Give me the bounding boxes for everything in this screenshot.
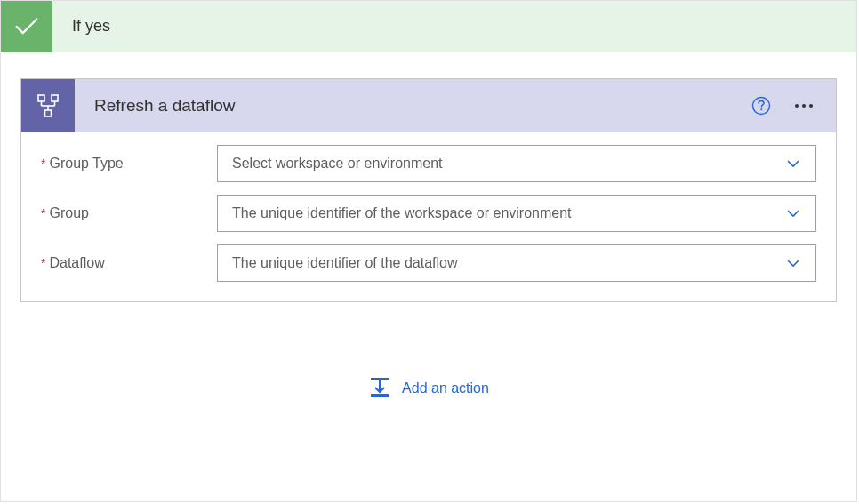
add-action-label: Add an action <box>402 380 489 396</box>
add-action-button[interactable]: Add an action <box>368 375 489 402</box>
checkmark-icon <box>1 1 52 52</box>
action-form: * Group Type Select workspace or environ… <box>21 132 836 301</box>
required-indicator: * <box>41 206 45 220</box>
add-action-row: Add an action <box>20 375 837 402</box>
help-icon[interactable] <box>751 95 772 116</box>
svg-rect-1 <box>52 95 58 101</box>
action-header[interactable]: Refresh a dataflow <box>21 79 836 132</box>
field-group-type: * Group Type Select workspace or environ… <box>41 145 816 182</box>
svg-point-8 <box>760 108 762 110</box>
chevron-down-icon <box>785 156 801 172</box>
field-label: * Dataflow <box>41 255 217 271</box>
dataflow-icon <box>21 79 75 132</box>
svg-rect-0 <box>38 95 44 101</box>
add-action-icon <box>368 375 391 402</box>
field-label: * Group <box>41 205 217 221</box>
action-title: Refresh a dataflow <box>94 96 751 116</box>
condition-title: If yes <box>72 17 110 36</box>
group-select[interactable]: The unique identifier of the workspace o… <box>217 195 816 232</box>
dataflow-select[interactable]: The unique identifier of the dataflow <box>217 244 816 282</box>
if-yes-container: If yes Refresh a dataflow <box>0 0 857 502</box>
more-icon[interactable] <box>791 100 816 111</box>
chevron-down-icon <box>785 255 801 271</box>
chevron-down-icon <box>785 205 801 221</box>
label-text: Dataflow <box>49 255 104 271</box>
group-type-select[interactable]: Select workspace or environment <box>217 145 816 182</box>
action-card: Refresh a dataflow <box>20 78 837 302</box>
field-group: * Group The unique identifier of the wor… <box>41 195 816 232</box>
required-indicator: * <box>41 156 45 171</box>
required-indicator: * <box>41 256 45 270</box>
select-placeholder: Select workspace or environment <box>232 156 443 172</box>
label-text: Group Type <box>49 156 123 172</box>
field-dataflow: * Dataflow The unique identifier of the … <box>41 244 816 282</box>
select-placeholder: The unique identifier of the dataflow <box>232 255 458 271</box>
select-placeholder: The unique identifier of the workspace o… <box>232 205 572 221</box>
label-text: Group <box>49 205 88 221</box>
action-header-controls <box>751 95 836 116</box>
condition-body: Refresh a dataflow <box>1 52 856 421</box>
svg-rect-2 <box>45 110 52 116</box>
condition-header[interactable]: If yes <box>1 1 856 52</box>
field-label: * Group Type <box>41 156 217 172</box>
